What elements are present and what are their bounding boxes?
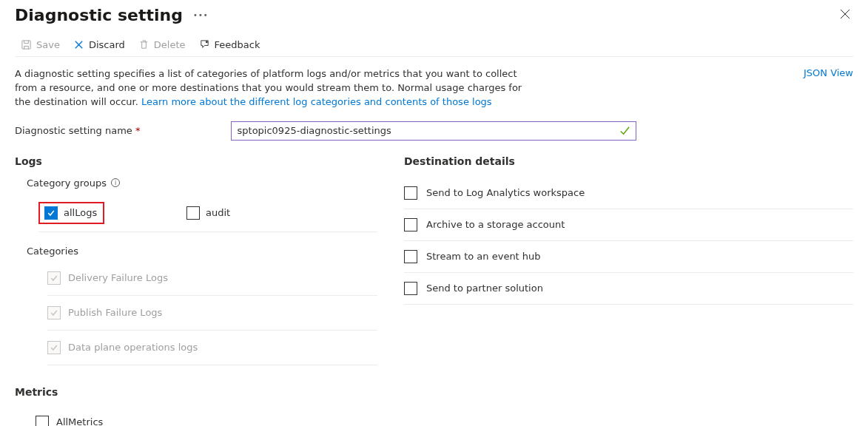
feedback-button[interactable]: Feedback (199, 39, 260, 50)
delete-icon (138, 39, 149, 50)
dest-label: Send to Log Analytics workspace (426, 187, 585, 198)
svg-rect-0 (22, 41, 30, 49)
allmetrics-checkbox[interactable] (36, 416, 49, 426)
category-label: Publish Failure Logs (68, 307, 162, 318)
dest-partner-checkbox[interactable] (404, 282, 417, 295)
dest-label: Send to partner solution (426, 283, 543, 294)
categories-title: Categories (27, 246, 377, 257)
feedback-label: Feedback (215, 39, 260, 50)
logs-title: Logs (15, 155, 377, 167)
save-icon (21, 39, 32, 50)
info-icon[interactable]: i (111, 178, 120, 187)
audit-checkbox[interactable] (186, 206, 200, 220)
publish-failure-checkbox (47, 306, 61, 320)
valid-check-icon (619, 125, 630, 136)
alllogs-highlight: allLogs (38, 202, 104, 224)
dest-loganalytics-checkbox[interactable] (404, 186, 417, 200)
destination-title: Destination details (404, 155, 853, 167)
category-label: Delivery Failure Logs (68, 272, 168, 283)
category-groups-label: Category groups i (27, 178, 377, 189)
category-label: Data plane operations logs (68, 342, 198, 353)
dataplane-ops-checkbox (47, 341, 61, 354)
close-icon (840, 9, 850, 19)
alllogs-checkbox[interactable] (44, 206, 58, 220)
allmetrics-label: AllMetrics (56, 416, 103, 426)
dest-label: Archive to a storage account (426, 219, 565, 230)
discard-button[interactable]: Discard (73, 39, 125, 50)
page-title: Diagnostic setting (15, 6, 183, 24)
close-button[interactable] (837, 6, 853, 24)
dest-label: Stream to an event hub (426, 251, 541, 262)
category-row: Data plane operations logs (47, 331, 377, 365)
category-row: Publish Failure Logs (47, 296, 377, 331)
json-view-link[interactable]: JSON View (804, 67, 853, 109)
svg-point-1 (205, 41, 207, 43)
check-icon (50, 274, 58, 283)
discard-icon (73, 39, 84, 50)
category-row: Delivery Failure Logs (47, 261, 377, 296)
metrics-title: Metrics (15, 386, 377, 398)
discard-label: Discard (89, 39, 125, 50)
alllogs-label: allLogs (64, 207, 97, 218)
check-icon (50, 308, 58, 317)
save-label: Save (36, 39, 60, 50)
setting-name-label: Diagnostic setting name * (15, 125, 141, 136)
dest-eventhub-checkbox[interactable] (404, 250, 417, 263)
check-icon (47, 209, 55, 217)
delete-button[interactable]: Delete (138, 39, 186, 50)
delivery-failure-checkbox (47, 271, 61, 285)
check-icon (50, 343, 58, 352)
learn-more-link[interactable]: Learn more about the different log categ… (141, 96, 492, 107)
save-button[interactable]: Save (21, 39, 60, 50)
more-menu-icon[interactable]: ••• (193, 11, 209, 19)
toolbar: Save Discard Delete Feedback (15, 32, 853, 57)
dest-storage-checkbox[interactable] (404, 218, 417, 231)
description-text: A diagnostic setting specifies a list of… (15, 67, 533, 109)
feedback-icon (199, 39, 210, 50)
audit-label: audit (206, 207, 230, 218)
setting-name-input[interactable] (231, 121, 636, 141)
delete-label: Delete (154, 39, 186, 50)
